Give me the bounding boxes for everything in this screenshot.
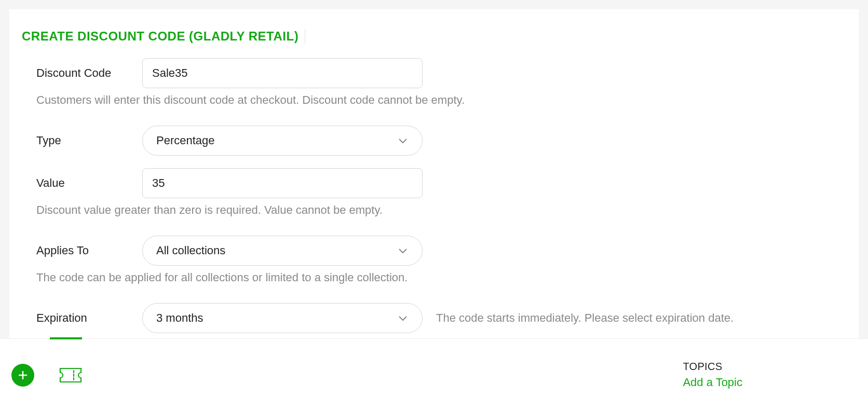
row-applies-to: Applies To All collections [22, 236, 846, 266]
help-applies-to: The code can be applied for all collecti… [22, 271, 846, 284]
chevron-down-icon [397, 245, 409, 256]
topics-block: TOPICS Add a Topic [683, 361, 742, 389]
ticket-icon [59, 367, 82, 383]
add-topic-link[interactable]: Add a Topic [683, 376, 742, 389]
help-discount-code: Customers will enter this discount code … [22, 93, 846, 107]
label-type: Type [22, 134, 142, 147]
help-expiration: The code starts immediately. Please sele… [436, 311, 734, 325]
label-expiration: Expiration [22, 311, 142, 325]
select-expiration-value: 3 months [156, 311, 204, 325]
add-button[interactable] [11, 364, 34, 387]
select-applies-to-value: All collections [156, 244, 225, 257]
input-discount-code[interactable] [142, 58, 423, 88]
card-title: CREATE DISCOUNT CODE (GLADLY RETAIL) [22, 29, 305, 44]
select-expiration[interactable]: 3 months [142, 303, 423, 333]
row-discount-code: Discount Code [22, 58, 846, 88]
label-discount-code: Discount Code [22, 66, 142, 80]
topics-heading: TOPICS [683, 361, 742, 373]
plus-icon [17, 369, 29, 381]
label-applies-to: Applies To [22, 244, 142, 257]
row-type: Type Percentage [22, 126, 846, 156]
discount-form-card: CREATE DISCOUNT CODE (GLADLY RETAIL) Dis… [9, 9, 859, 338]
row-value: Value [22, 168, 846, 198]
row-expiration: Expiration 3 months The code starts imme… [22, 303, 846, 333]
input-value[interactable] [142, 168, 423, 198]
select-type[interactable]: Percentage [142, 126, 423, 156]
label-value: Value [22, 176, 142, 190]
chevron-down-icon [397, 135, 409, 146]
select-applies-to[interactable]: All collections [142, 236, 423, 266]
bottom-bar: TOPICS Add a Topic [0, 338, 868, 411]
ticket-tab[interactable] [59, 367, 82, 383]
select-type-value: Percentage [156, 134, 215, 147]
active-tab-indicator [50, 337, 82, 339]
help-value: Discount value greater than zero is requ… [22, 203, 846, 217]
chevron-down-icon [397, 312, 409, 324]
